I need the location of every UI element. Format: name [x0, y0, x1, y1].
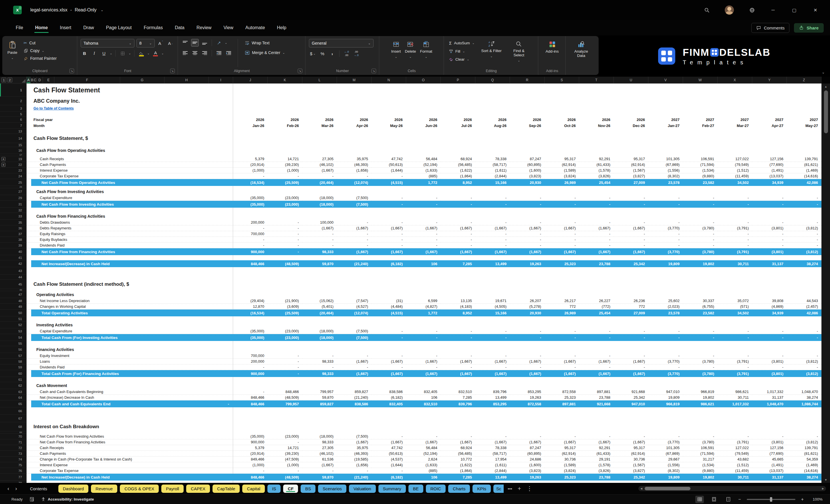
cell-label-56[interactable]: Financing Activities — [27, 346, 233, 353]
cell-58-9[interactable]: (1,667) — [510, 359, 545, 365]
cell-36-1[interactable]: - — [233, 225, 268, 231]
cell-59-10[interactable]: - — [545, 365, 579, 370]
cell-40-10[interactable]: (1,667) — [545, 248, 579, 255]
cell-53-1[interactable]: (35,000) — [233, 328, 268, 334]
cell-74-9[interactable]: 24,686 — [510, 456, 545, 462]
cell-31-17[interactable]: - — [787, 201, 822, 208]
cell-36-12[interactable]: (1,667) — [614, 225, 648, 231]
select-all-corner[interactable]: 1 2 — [0, 77, 27, 83]
cell-65-1[interactable]: 848,466 — [233, 401, 268, 407]
cell-72-17[interactable]: 139,791 — [787, 445, 822, 451]
cell-35-14[interactable]: - — [683, 220, 717, 225]
cell-57-3[interactable]: - — [302, 353, 337, 359]
cell-40-5[interactable]: (1,667) — [372, 248, 406, 255]
cell-71-2[interactable]: - — [268, 439, 302, 445]
row-header-74[interactable]: 74 — [0, 456, 27, 462]
cell-63-10[interactable]: 872,558 — [545, 389, 579, 395]
cell-50-8[interactable]: 15,166 — [475, 310, 510, 316]
cell-label-37[interactable]: Equity Raisings — [27, 231, 233, 237]
cell-59-9[interactable]: - — [510, 365, 545, 370]
cell-70-1[interactable]: (35,000) — [233, 434, 268, 439]
cell-53-14[interactable]: - — [683, 328, 717, 334]
cell-77-2[interactable]: (48,509) — [268, 474, 302, 480]
cell-35-6[interactable]: - — [406, 220, 441, 225]
row-header-55[interactable]: 55 — [0, 341, 27, 346]
cell-25-6[interactable]: 1,772 — [406, 179, 441, 186]
cell-54-8[interactable]: - — [475, 334, 510, 341]
cell-59-14[interactable]: - — [683, 365, 717, 370]
cell-59-8[interactable]: - — [475, 365, 510, 370]
normal-view-icon[interactable] — [695, 496, 704, 503]
increase-font-icon[interactable]: Aˆ — [157, 39, 164, 47]
cell-59-16[interactable]: - — [752, 365, 787, 370]
more-sheets-button[interactable]: ••• — [506, 486, 514, 491]
cell-19-5[interactable]: 47,742 — [372, 156, 406, 162]
cell-48-1[interactable]: (29,404) — [233, 298, 268, 304]
cell-73-13[interactable]: (67,869) — [648, 451, 683, 456]
cell-71-4[interactable]: (1,667) — [337, 439, 372, 445]
cell-50-12[interactable]: 27,009 — [614, 310, 648, 316]
sheet-tab-revenue[interactable]: Revenue — [91, 484, 117, 493]
cell-53-17[interactable]: - — [787, 328, 822, 334]
cell-65-3[interactable]: 859,827 — [302, 401, 337, 407]
cell-60-4[interactable]: (1,667) — [337, 370, 372, 377]
cell-65-6[interactable]: 832,510 — [406, 401, 441, 407]
menu-tab-data[interactable]: Data — [169, 22, 190, 34]
cell-58-11[interactable]: (1,667) — [579, 359, 614, 365]
align-top-icon[interactable] — [181, 39, 189, 46]
cell-50-2[interactable]: (25,509) — [268, 310, 302, 316]
format-painter-button[interactable]: Format Painter — [22, 55, 59, 62]
row-header-51[interactable]: 51 — [0, 316, 27, 321]
menu-tab-view[interactable]: View — [217, 22, 239, 34]
cell-75-5[interactable]: (1,644) — [372, 462, 406, 468]
cell-label-16[interactable]: Cash Flow from Operating Activities — [27, 147, 233, 154]
cell-48-4[interactable]: (7,547) — [337, 298, 372, 304]
cell-54-7[interactable]: - — [441, 334, 475, 341]
cell-19-8[interactable]: 78,338 — [475, 156, 510, 162]
next-sheet-icon[interactable]: › — [13, 485, 19, 492]
cell-71-6[interactable]: (1,667) — [406, 439, 441, 445]
cell-48-12[interactable]: 26,236 — [614, 298, 648, 304]
cell-70-6[interactable]: - — [406, 434, 441, 439]
cell-23-3[interactable]: (1,667) — [302, 168, 337, 174]
cell-36-7[interactable]: (1,667) — [441, 225, 475, 231]
cell-74-6[interactable]: 2,624 — [406, 456, 441, 462]
cell-75-12[interactable]: (1,567) — [614, 462, 648, 468]
sheet-tab-cogs-opex[interactable]: COGS & OPEX — [120, 484, 159, 493]
zoom-in-button[interactable]: + — [801, 497, 804, 502]
cell-31-7[interactable]: - — [441, 201, 475, 208]
cell-label-31[interactable]: Net Cash Flow from Investing Activities — [31, 201, 233, 208]
cell-65-17[interactable]: 1,086,744 — [787, 401, 822, 407]
sheet-tab-roic[interactable]: ROIC — [426, 484, 446, 493]
cell-70-10[interactable]: - — [545, 434, 579, 439]
column-header-A[interactable]: A — [27, 77, 31, 83]
cell-6-12[interactable]: 2026 — [614, 117, 648, 123]
cell-64-13[interactable]: 19,809 — [648, 395, 683, 401]
cell-54-3[interactable]: (18,000) — [302, 334, 337, 341]
cell-76-2[interactable]: - — [268, 468, 302, 474]
cell-76-1[interactable]: - — [233, 468, 268, 474]
cell-73-17[interactable]: (81,621) — [787, 451, 822, 456]
cell-label-73[interactable]: Cash Payments — [27, 451, 233, 456]
cell-19-6[interactable]: 56,484 — [406, 156, 441, 162]
cell-48-17[interactable]: 44,543 — [787, 298, 822, 304]
cell-42-16[interactable]: 31,137 — [752, 260, 787, 267]
cell-73-15[interactable]: (79,549) — [717, 451, 752, 456]
cell-35-16[interactable]: - — [752, 220, 787, 225]
cell-36-11[interactable]: (1,667) — [579, 225, 614, 231]
cell-65-2[interactable]: 799,957 — [268, 401, 302, 407]
cell-72-16[interactable]: 127,156 — [752, 445, 787, 451]
cell-31-16[interactable]: - — [752, 201, 787, 208]
cell-57-5[interactable]: - — [372, 353, 406, 359]
wrap-text-button[interactable]: Wrap Text — [243, 39, 287, 46]
cell-38-13[interactable]: - — [648, 237, 683, 243]
scroll-down-icon[interactable]: ▼ — [825, 478, 827, 481]
cell-60-14[interactable]: (3,780) — [683, 370, 717, 377]
cell-53-13[interactable]: - — [648, 328, 683, 334]
cell-48-7[interactable]: 13,135 — [441, 298, 475, 304]
cell-36-14[interactable]: (3,780) — [683, 225, 717, 231]
cell-35-8[interactable]: - — [475, 220, 510, 225]
cell-70-11[interactable]: - — [579, 434, 614, 439]
column-header-R[interactable]: R — [510, 77, 545, 83]
cell-59-1[interactable]: - — [233, 365, 268, 370]
